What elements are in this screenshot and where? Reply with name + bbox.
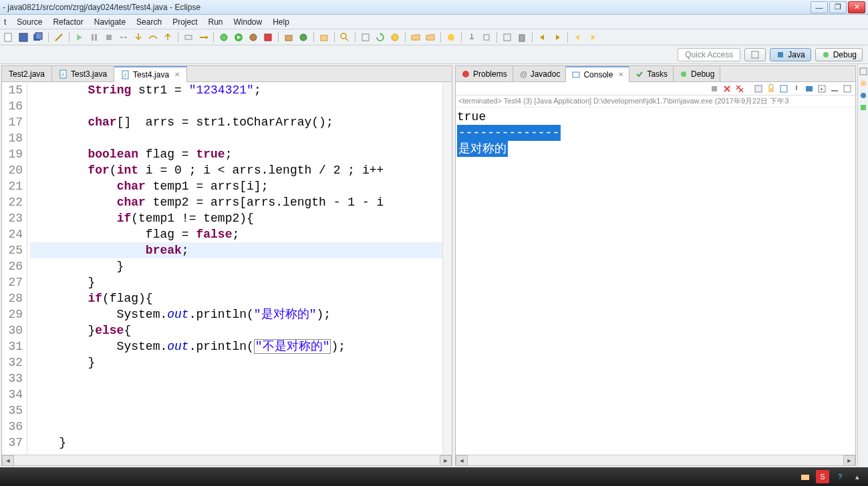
- svg-line-20: [345, 38, 348, 41]
- expressions-icon[interactable]: [859, 103, 868, 112]
- open-perspective-button[interactable]: [744, 48, 766, 61]
- svg-rect-51: [844, 85, 851, 92]
- forward-icon[interactable]: [587, 31, 599, 43]
- outline-icon[interactable]: [859, 67, 868, 76]
- remove-launch-icon[interactable]: [722, 83, 732, 94]
- next-annotation-icon[interactable]: [551, 31, 563, 43]
- menu-search[interactable]: Search: [136, 17, 162, 27]
- svg-point-42: [681, 71, 686, 77]
- task-icon[interactable]: [389, 31, 401, 43]
- delete-icon[interactable]: [516, 31, 528, 43]
- menu-edit[interactable]: t: [4, 17, 6, 27]
- toggle-icon[interactable]: [480, 31, 492, 43]
- debug-resume-icon[interactable]: [74, 31, 86, 43]
- scroll-right-icon[interactable]: ►: [440, 455, 452, 466]
- pin-icon[interactable]: [466, 31, 478, 43]
- dropframe-icon[interactable]: [182, 31, 194, 43]
- refresh-icon[interactable]: [374, 31, 386, 43]
- close-icon[interactable]: ✕: [618, 71, 623, 78]
- folder-nav-icon[interactable]: [424, 31, 436, 43]
- back-history-icon[interactable]: [537, 31, 549, 43]
- tab-test2[interactable]: Test2.java: [2, 66, 52, 81]
- svg-rect-8: [106, 35, 112, 40]
- annotation-nav-icon[interactable]: [445, 31, 457, 43]
- display-selected-icon[interactable]: [804, 83, 815, 94]
- tab-console[interactable]: Console✕: [566, 66, 629, 82]
- debug-disconnect-icon[interactable]: [118, 31, 130, 43]
- menu-refactor[interactable]: Refactor: [53, 17, 83, 27]
- menu-window[interactable]: Window: [234, 17, 263, 27]
- debug-icon[interactable]: [218, 31, 230, 43]
- maximize-view-icon[interactable]: [842, 83, 853, 94]
- menu-run[interactable]: Run: [208, 17, 223, 27]
- external-tools-icon[interactable]: [262, 31, 274, 43]
- minimize-button[interactable]: —: [811, 1, 828, 13]
- save-icon[interactable]: [17, 31, 29, 43]
- search-icon[interactable]: [339, 31, 351, 43]
- close-button[interactable]: ✕: [848, 1, 865, 13]
- coverage-icon[interactable]: [247, 31, 259, 43]
- breakpoints-icon[interactable]: [859, 91, 868, 100]
- hscrollbar[interactable]: ◄ ►: [2, 455, 452, 465]
- step-into-icon[interactable]: [132, 31, 144, 43]
- problems-icon: [461, 69, 470, 79]
- stepfilter-icon[interactable]: [197, 31, 209, 43]
- pin-console-icon[interactable]: [791, 83, 802, 94]
- menu-help[interactable]: Help: [273, 17, 289, 27]
- tray-app-icon[interactable]: S: [816, 470, 829, 483]
- scroll-lock-icon[interactable]: [766, 83, 776, 94]
- java-file-icon: J: [59, 69, 68, 79]
- minimize-view-icon[interactable]: [829, 83, 840, 94]
- scroll-left-icon[interactable]: ◄: [456, 455, 468, 466]
- debug-pause-icon[interactable]: [88, 31, 100, 43]
- code-area[interactable]: 1516171819202122232425262728293031323334…: [2, 82, 452, 455]
- annotations-icon[interactable]: [359, 31, 372, 43]
- java-icon: [776, 50, 785, 59]
- terminate-icon[interactable]: [709, 83, 720, 94]
- new-class-icon[interactable]: [297, 31, 309, 43]
- tray-chevron-icon[interactable]: ▴: [851, 470, 864, 483]
- wand-icon[interactable]: [53, 31, 65, 43]
- view-icon[interactable]: [501, 31, 513, 43]
- perspective-java[interactable]: Java: [770, 48, 811, 61]
- tab-test4[interactable]: J Test4.java ✕: [114, 66, 187, 82]
- bug-icon: [821, 50, 831, 59]
- code[interactable]: String str1 = "1234321"; char[] arrs = s…: [27, 82, 442, 455]
- perspective-debug[interactable]: Debug: [815, 48, 863, 61]
- wrap-icon[interactable]: [778, 83, 789, 94]
- overview-ruler[interactable]: [442, 82, 452, 455]
- tab-test3[interactable]: J Test3.java: [52, 66, 114, 81]
- save-all-icon[interactable]: [32, 31, 44, 43]
- maximize-button[interactable]: ❐: [829, 1, 847, 13]
- console-body[interactable]: true--------------是对称的: [456, 107, 855, 455]
- tab-tasks[interactable]: Tasks: [629, 66, 674, 81]
- remove-all-icon[interactable]: [734, 83, 745, 94]
- back-icon[interactable]: [572, 31, 584, 43]
- open-console-icon[interactable]: +: [817, 83, 827, 94]
- clear-icon[interactable]: [753, 83, 764, 94]
- scroll-right-icon[interactable]: ►: [843, 455, 855, 466]
- variables-icon[interactable]: [859, 79, 868, 88]
- tab-javadoc[interactable]: @Javadoc: [513, 66, 567, 81]
- new-package-icon[interactable]: [283, 31, 295, 43]
- new-icon[interactable]: [3, 31, 15, 43]
- svg-rect-44: [755, 85, 762, 92]
- scroll-left-icon[interactable]: ◄: [2, 455, 14, 466]
- open-type-icon[interactable]: [318, 31, 330, 43]
- folder-icon[interactable]: [410, 31, 422, 43]
- menu-project[interactable]: Project: [172, 17, 197, 27]
- tray-help-icon[interactable]: ?: [833, 470, 847, 483]
- console-hscroll[interactable]: ◄ ►: [456, 455, 855, 465]
- window-title: - java0821/src/com/zrgj/day024/test/Test…: [3, 3, 811, 12]
- step-return-icon[interactable]: [162, 31, 174, 43]
- tab-debug[interactable]: Debug: [674, 66, 720, 81]
- tab-problems[interactable]: Problems: [456, 66, 513, 81]
- step-over-icon[interactable]: [147, 31, 159, 43]
- run-icon[interactable]: [233, 31, 245, 43]
- close-icon[interactable]: ✕: [174, 71, 180, 78]
- menu-navigate[interactable]: Navigate: [94, 17, 126, 27]
- menu-source[interactable]: Source: [17, 17, 42, 27]
- quick-access-input[interactable]: Quick Access: [678, 48, 740, 61]
- tray-folder-icon[interactable]: [799, 470, 812, 483]
- debug-stop-icon[interactable]: [103, 31, 115, 43]
